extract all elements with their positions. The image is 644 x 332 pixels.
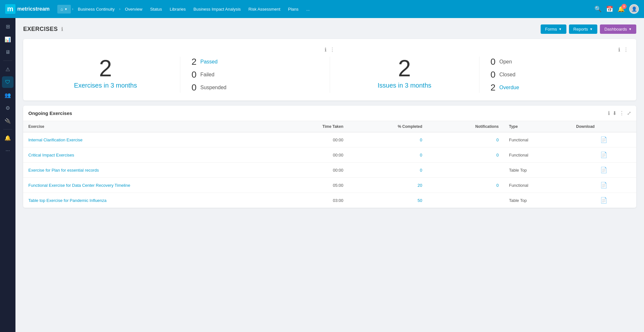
nav-overview[interactable]: Overview xyxy=(122,5,146,14)
exercise-link[interactable]: Exercise for Plan for essential records xyxy=(28,168,99,173)
notifications-cell xyxy=(427,163,504,178)
exercise-link[interactable]: Internal Clarification Exercise xyxy=(28,138,82,142)
nav-bia[interactable]: Business Impact Analysis xyxy=(190,5,244,14)
page-header: EXERCISES ℹ Forms ▼ Reports ▼ Dashboards… xyxy=(23,24,636,34)
sidebar-divider-1 xyxy=(3,61,12,61)
sidebar-shield-icon[interactable]: 🛡 xyxy=(2,76,14,88)
dashboards-chevron-icon: ▼ xyxy=(629,27,632,31)
table-thead: Exercise Time Taken % Completed Notifica… xyxy=(23,121,636,132)
sidebar-settings-icon[interactable]: ⚙ xyxy=(2,102,14,114)
nav-business-continuity[interactable]: Business Continuity xyxy=(75,5,118,14)
sidebar-warning-icon[interactable]: ⚠ xyxy=(2,63,14,75)
table-more-icon[interactable]: ⋮ xyxy=(619,110,624,116)
page-info-icon[interactable]: ℹ xyxy=(61,26,63,32)
notification-badge: 9 xyxy=(621,4,627,9)
sidebar-bell-icon[interactable]: 🔔 xyxy=(2,132,14,144)
download-icon[interactable]: 📄 xyxy=(600,182,607,188)
table-header: Ongoing Exercises ℹ ⬇ ⋮ ⤢ xyxy=(23,106,636,121)
time-cell: 00:00 xyxy=(278,132,348,147)
reports-chevron-icon: ▼ xyxy=(590,27,593,31)
type-cell: Functional xyxy=(504,178,571,193)
notifications-icon[interactable]: 🔔 9 xyxy=(618,5,625,13)
notifications-cell: 0 xyxy=(427,132,504,147)
table-expand-icon[interactable]: ⤢ xyxy=(627,110,631,116)
table-download-icon[interactable]: ⬇ xyxy=(612,110,617,116)
pct-cell: 0 xyxy=(348,132,427,147)
calendar-icon[interactable]: 📅 xyxy=(606,5,613,13)
suspended-count: 0 xyxy=(187,82,196,93)
exercise-link[interactable]: Table top Exercise for Pandemic Influenz… xyxy=(28,198,107,203)
reports-label: Reports xyxy=(573,27,588,32)
col-time: Time Taken xyxy=(278,121,348,132)
dashboards-button[interactable]: Dashboards ▼ xyxy=(600,24,636,34)
time-cell: 00:00 xyxy=(278,147,348,163)
nav-more[interactable]: ... xyxy=(303,5,313,14)
type-cell: Table Top xyxy=(504,163,571,178)
nav-more-label: ... xyxy=(306,7,310,12)
table-header-row: Exercise Time Taken % Completed Notifica… xyxy=(23,121,636,132)
type-cell: Functional xyxy=(504,132,571,147)
sidebar-plugin-icon[interactable]: 🔌 xyxy=(2,115,14,127)
dashboards-label: Dashboards xyxy=(604,27,627,32)
download-cell: 📄 xyxy=(571,193,636,208)
exercise-link[interactable]: Functional Exercise for Data Center Reco… xyxy=(28,183,130,188)
forms-button[interactable]: Forms ▼ xyxy=(541,24,566,34)
page-title: EXERCISES xyxy=(23,26,58,33)
exercises-table-section: Ongoing Exercises ℹ ⬇ ⋮ ⤢ Exercise Time … xyxy=(23,106,636,208)
overdue-label: Overdue xyxy=(499,85,519,90)
open-row: 0 Open xyxy=(486,57,519,67)
exercise-status-rows: 2 Passed 0 Failed 0 Suspended xyxy=(187,57,226,93)
open-label: Open xyxy=(499,59,512,65)
col-download: Download xyxy=(571,121,636,132)
passed-count: 2 xyxy=(187,57,196,67)
stats-right-info-icon[interactable]: ℹ xyxy=(618,47,620,53)
nav-overview-label: Overview xyxy=(125,7,142,12)
nav-plans[interactable]: Plans xyxy=(285,5,302,14)
col-exercise: Exercise xyxy=(23,121,278,132)
download-icon[interactable]: 📄 xyxy=(600,137,607,143)
table-row: Critical Impact Exercises 00:00 0 0 Func… xyxy=(23,147,636,163)
sidebar-more-icon[interactable]: ··· xyxy=(2,145,14,157)
stats-center-more-icon[interactable]: ⋮ xyxy=(330,47,335,53)
reports-button[interactable]: Reports ▼ xyxy=(569,24,597,34)
download-cell: 📄 xyxy=(571,163,636,178)
download-icon[interactable]: 📄 xyxy=(600,197,607,204)
nav-items: ⌂ ▼ › Business Continuity › Overview Sta… xyxy=(57,5,591,14)
top-navigation: m metricstream ⌂ ▼ › Business Continuity… xyxy=(0,0,644,18)
passed-row: 2 Passed xyxy=(187,57,226,67)
nav-home[interactable]: ⌂ ▼ xyxy=(57,5,71,14)
search-icon[interactable]: 🔍 xyxy=(594,5,601,13)
forms-label: Forms xyxy=(545,27,557,32)
exercise-name-cell: Critical Impact Exercises xyxy=(23,147,278,163)
download-icon[interactable]: 📄 xyxy=(600,167,607,173)
open-count: 0 xyxy=(486,57,496,67)
stats-center-info-icon[interactable]: ℹ xyxy=(325,47,327,53)
table-info-icon[interactable]: ℹ xyxy=(608,110,610,116)
logo-text: metricstream xyxy=(17,6,50,12)
sidebar-grid-icon[interactable]: ⊞ xyxy=(2,21,14,32)
header-actions: Forms ▼ Reports ▼ Dashboards ▼ xyxy=(541,24,636,34)
issues-status-rows: 0 Open 0 Closed 2 Overdue xyxy=(486,57,519,93)
type-cell: Functional xyxy=(504,147,571,163)
nav-risk[interactable]: Risk Assessment xyxy=(245,5,284,14)
table-title: Ongoing Exercises xyxy=(28,110,72,116)
sidebar-group-icon[interactable]: 👥 xyxy=(2,89,14,101)
nav-status[interactable]: Status xyxy=(147,5,165,14)
suspended-label: Suspended xyxy=(200,85,226,90)
stats-right-more-icon[interactable]: ⋮ xyxy=(623,47,629,53)
nav-libraries-label: Libraries xyxy=(170,7,186,12)
exercise-name-cell: Table top Exercise for Pandemic Influenz… xyxy=(23,193,278,208)
exercise-name-cell: Internal Clarification Exercise xyxy=(23,132,278,147)
closed-row: 0 Closed xyxy=(486,70,519,80)
sidebar-monitor-icon[interactable]: 🖥 xyxy=(2,46,14,58)
sidebar-chart-icon[interactable]: 📊 xyxy=(2,33,14,45)
sidebar-divider-2 xyxy=(3,129,12,129)
exercise-link[interactable]: Critical Impact Exercises xyxy=(28,153,74,157)
nav-libraries[interactable]: Libraries xyxy=(166,5,189,14)
time-cell: 00:00 xyxy=(278,163,348,178)
closed-label: Closed xyxy=(499,72,516,78)
home-icon: ⌂ xyxy=(61,7,63,12)
exercises-stat-block: 2 Exercises in 3 months xyxy=(31,57,180,93)
download-icon[interactable]: 📄 xyxy=(600,152,607,158)
user-avatar[interactable]: 👤 xyxy=(629,4,639,14)
